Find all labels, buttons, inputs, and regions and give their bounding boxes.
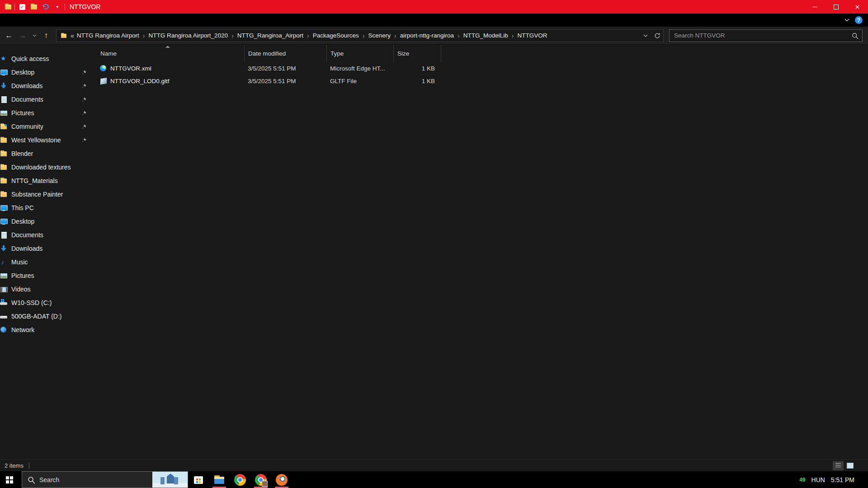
breadcrumb-overflow[interactable]: «	[71, 32, 74, 39]
column-header-name[interactable]: Name	[89, 45, 244, 62]
breadcrumb-segment[interactable]: PackageSources	[313, 32, 359, 39]
explorer-app-icon	[5, 3, 12, 10]
taskbar-app[interactable]	[250, 471, 271, 488]
sidebar-item[interactable]: NTTG_Materials	[0, 174, 89, 188]
sidebar-item[interactable]: This PC	[0, 201, 89, 215]
sidebar-item-icon	[0, 109, 7, 117]
sidebar-item[interactable]: Music	[0, 255, 89, 269]
language-indicator[interactable]: HUN	[811, 476, 825, 483]
column-header-label: Size	[397, 50, 409, 57]
qat-customize-button[interactable]: ▾	[53, 2, 62, 12]
window-controls	[804, 0, 868, 14]
qat-undo-button[interactable]	[41, 2, 50, 12]
breadcrumb-separator[interactable]: ›	[303, 32, 313, 39]
refresh-button[interactable]	[651, 30, 663, 42]
taskbar-app[interactable]	[209, 471, 230, 488]
taskbar-app[interactable]	[271, 471, 292, 488]
recent-locations-button[interactable]	[30, 29, 39, 42]
breadcrumb-separator[interactable]: ›	[139, 32, 149, 39]
sidebar-item[interactable]: Community	[0, 120, 89, 133]
sidebar-item[interactable]: Pictures	[0, 269, 89, 282]
help-button[interactable]: ?	[855, 16, 863, 24]
breadcrumb-segment[interactable]: NTTGVOR	[517, 32, 547, 39]
sidebar-item-icon	[0, 245, 7, 252]
sidebar-item-label: Downloads	[11, 82, 89, 89]
sidebar-item[interactable]: Pictures	[0, 106, 89, 120]
status-bar: 2 items	[0, 460, 868, 471]
breadcrumb-segment[interactable]: NTTG_ModelLib	[463, 32, 508, 39]
qat-properties-button[interactable]: ✓	[18, 2, 27, 12]
sidebar-item-icon	[0, 326, 7, 333]
collapse-ribbon-button[interactable]	[844, 19, 849, 22]
microsoft-store-icon	[193, 474, 204, 486]
breadcrumb-segment[interactable]: Scenery	[368, 32, 391, 39]
sidebar-item-label: Desktop	[11, 69, 89, 76]
start-button[interactable]	[0, 471, 22, 488]
menu-tab[interactable]	[38, 14, 57, 27]
sidebar-item[interactable]: Desktop	[0, 66, 89, 79]
sidebar-item[interactable]: Videos	[0, 282, 89, 296]
address-dropdown-button[interactable]	[640, 30, 651, 42]
maximize-button[interactable]	[826, 0, 847, 14]
qat-separator	[14, 4, 15, 10]
search-icon[interactable]	[852, 33, 859, 41]
sidebar-item[interactable]: West Yellowstone	[0, 133, 89, 147]
clock[interactable]: 5:51 PM	[831, 476, 854, 483]
breadcrumb-separator[interactable]: ›	[228, 32, 237, 39]
minimize-button[interactable]	[804, 0, 826, 14]
undo-icon	[42, 4, 49, 10]
taskbar-app[interactable]	[188, 471, 209, 488]
menu-tab[interactable]	[57, 14, 76, 27]
sidebar-item-label: Quick access	[11, 55, 89, 62]
breadcrumb-separator[interactable]: ›	[359, 32, 368, 39]
sidebar-item[interactable]: Documents	[0, 93, 89, 106]
breadcrumb-segment[interactable]: airport-nttg-rangiroa	[400, 32, 454, 39]
sidebar-item[interactable]: Quick access	[0, 52, 89, 66]
file-row[interactable]: NTTGVOR_LOD0.gltf 3/5/2025 5:51 PM GLTF …	[89, 75, 868, 87]
breadcrumb-separator[interactable]: ›	[391, 32, 400, 39]
sidebar-item[interactable]: W10-SSD (C:)	[0, 296, 89, 310]
breadcrumb-separator[interactable]: ›	[508, 32, 518, 39]
search-highlight-image[interactable]	[152, 472, 188, 488]
column-header-date-modified[interactable]: Date modified	[244, 45, 326, 62]
sidebar-item-label: Videos	[11, 286, 89, 293]
sidebar-item-label: Documents	[11, 231, 89, 239]
up-button[interactable]: ↑	[40, 29, 52, 42]
sidebar-item[interactable]: 500GB-ADAT (D:)	[0, 310, 89, 323]
file-row[interactable]: NTTGVOR.xml 3/5/2025 5:51 PM Microsoft E…	[89, 62, 868, 75]
sidebar-item[interactable]: Substance Painter	[0, 188, 89, 201]
sidebar-item[interactable]: Documents	[0, 228, 89, 242]
taskbar-app[interactable]	[230, 471, 250, 488]
file-type: Microsoft Edge HT...	[326, 65, 393, 72]
address-bar[interactable]: « NTTG Rangiroa Airport › NTTG Rangiroa …	[56, 29, 664, 42]
sidebar-item[interactable]: Downloads	[0, 79, 89, 93]
close-button[interactable]	[847, 0, 868, 14]
sidebar-item[interactable]: Downloaded textures	[0, 160, 89, 174]
search-input[interactable]	[670, 30, 862, 42]
file-type-icon	[99, 77, 107, 84]
sidebar-item[interactable]: Desktop	[0, 215, 89, 228]
column-header-size[interactable]: Size	[393, 45, 441, 62]
breadcrumb-segment[interactable]: NTTG_Rangiroa_Airport	[237, 32, 303, 39]
forward-button[interactable]: →	[16, 29, 29, 42]
tray-counter-badge[interactable]: 49	[799, 477, 805, 483]
chevron-down-icon	[844, 19, 849, 22]
menu-tab[interactable]	[0, 14, 19, 27]
breadcrumb-segment[interactable]: NTTG Rangiroa Airport_2020	[149, 32, 228, 39]
back-button[interactable]: ←	[3, 29, 15, 42]
sidebar-item[interactable]: Blender	[0, 147, 89, 160]
sidebar-item[interactable]: Network	[0, 323, 89, 337]
sidebar-item-icon	[0, 96, 7, 103]
menu-tab[interactable]	[19, 14, 38, 27]
qat-new-folder-button[interactable]	[29, 2, 38, 12]
details-view-button[interactable]	[833, 461, 844, 470]
content-area: Quick access Desktop Downloads	[0, 44, 868, 460]
breadcrumb-segment[interactable]: NTTG Rangiroa Airport	[77, 32, 139, 39]
large-icons-view-button[interactable]	[844, 461, 855, 470]
taskbar-search[interactable]	[22, 471, 188, 488]
breadcrumb-separator[interactable]: ›	[454, 32, 463, 39]
sort-ascending-icon	[165, 46, 170, 48]
column-header-type[interactable]: Type	[326, 45, 393, 62]
sidebar-item[interactable]: Downloads	[0, 242, 89, 255]
pin-icon	[81, 123, 86, 131]
